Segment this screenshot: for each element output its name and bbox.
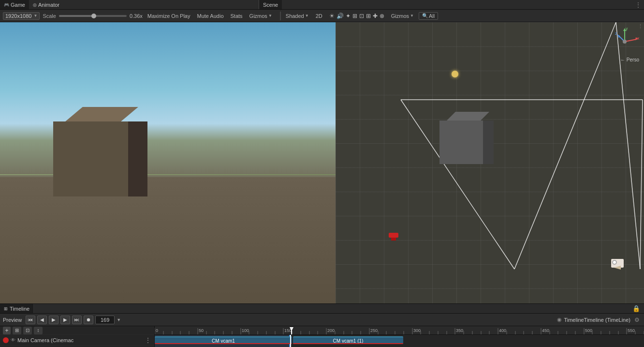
clip-vcam1-1[interactable]: CM vcam1 (1) [293, 336, 403, 344]
game-canvas [0, 22, 336, 303]
gizmos-arrow-icon: ▼ [268, 14, 272, 18]
clip-vcam1-label: CM vcam1 [212, 338, 235, 344]
scene-toggle4-icon[interactable]: ✚ [373, 13, 378, 19]
scene-search-box[interactable]: 🔍 All [419, 12, 438, 20]
timeline-track-area: + ⊞ ⊡ ↕ 👁 Main Camera (Cinemac ⋮ [0, 326, 644, 347]
scene-gizmos-dropdown[interactable]: Gizmos ▼ [389, 13, 416, 19]
search-icon: 🔍 [422, 13, 428, 18]
timeline-selector-icon: ◉ [557, 317, 562, 323]
timeline-tab-label: Timeline [10, 306, 29, 312]
scale-handle[interactable] [91, 14, 96, 18]
scene-view: y x z ← Perso ⋮ [336, 22, 644, 303]
scale-fill [59, 15, 93, 17]
timeline-tab-icon: ⊞ [4, 306, 8, 311]
go-to-start-button[interactable]: ⏮ [26, 316, 35, 324]
gizmos-button[interactable]: Gizmos ▼ [248, 13, 274, 19]
svg-point-14 [623, 40, 627, 44]
scene-toolbar-icons: ☀ 🔊 ✦ ⊞ ⊡ ⊞ ✚ ⊗ [329, 13, 384, 19]
scene-tab[interactable]: Scene [259, 0, 282, 9]
scene-cube-side [483, 121, 494, 164]
track-add-icon3[interactable]: ⊡ [23, 327, 32, 334]
svg-text:x: x [637, 36, 639, 41]
timeline-ruler [155, 326, 644, 335]
svg-marker-12 [617, 34, 620, 38]
clip-vcam1-red-line [155, 343, 292, 344]
animator-tab-label: Animator [38, 2, 59, 8]
track-add-icon4[interactable]: ↕ [34, 327, 43, 334]
scale-slider[interactable] [59, 15, 127, 17]
add-track-button[interactable]: + [3, 327, 11, 334]
scene-toggle5-icon[interactable]: ⊗ [380, 13, 384, 19]
ruler-playhead[interactable] [289, 326, 294, 334]
scene-corner-menu[interactable]: ⋮ [638, 23, 643, 30]
scene-light-icon[interactable]: ☀ [329, 13, 335, 19]
persp-label: ← Perso [620, 57, 639, 62]
timeline-area: ⊞ Timeline 🔒 Preview ⏮ ◀ ▶ ▶ ⏭ ⏺ ▼ ◉ Tim… [0, 303, 644, 347]
resolution-arrow-icon: ▼ [33, 14, 37, 18]
timeline-name-label: TimelineTimeline (TimeLine) [564, 317, 630, 323]
frame-dropdown[interactable]: ▼ [117, 317, 121, 322]
game-sky [0, 22, 336, 191]
scene-toggle1-icon[interactable]: ⊞ [352, 13, 357, 19]
scene-gizmos-arrow-icon: ▼ [410, 14, 414, 18]
scene-red-object [389, 233, 398, 241]
track-add-icon2[interactable]: ⊞ [13, 327, 21, 334]
frame-input[interactable] [95, 316, 115, 324]
track-eye-icon[interactable]: 👁 [11, 337, 15, 343]
timeline-ruler-clips: CM vcam1 CM vcam1 (1) [155, 326, 644, 347]
timeline-lock-icon[interactable]: 🔒 [629, 305, 644, 312]
play-button[interactable]: ▶ [49, 316, 59, 324]
svg-text:y: y [626, 27, 628, 31]
mute-audio-button[interactable]: Mute Audio [195, 13, 225, 19]
timeline-controls: Preview ⏮ ◀ ▶ ▶ ⏭ ⏺ ▼ ◉ TimelineTimeline… [0, 314, 644, 326]
preview-label: Preview [3, 317, 22, 323]
scene-toggle3-icon[interactable]: ⊞ [366, 13, 371, 19]
scene-effects-icon[interactable]: ✦ [346, 13, 351, 19]
scene-cube-front [439, 121, 483, 164]
clips-playhead [290, 335, 291, 347]
shaded-arrow-icon: ▼ [305, 14, 309, 18]
game-ground [0, 177, 336, 303]
stats-button[interactable]: Stats [229, 13, 245, 19]
resolution-dropdown[interactable]: 1920x1080 ▼ [3, 12, 40, 20]
animator-tab[interactable]: ◎ Animator [29, 0, 63, 9]
track-controls-row: + ⊞ ⊡ ↕ [0, 326, 154, 335]
animator-tab-icon: ◎ [33, 2, 37, 7]
timeline-tab[interactable]: ⊞ Timeline [0, 304, 34, 313]
scene-toggle2-icon[interactable]: ⊡ [359, 13, 364, 19]
scene-camera-object [611, 259, 624, 270]
scale-label: Scale [43, 13, 56, 19]
clip-vcam1-1-label: CM vcam1 (1) [333, 338, 364, 344]
left-panel-tabs: 🎮 Game ◎ Animator Scene ⋮ [0, 0, 644, 10]
svg-text:z: z [615, 31, 617, 36]
camera-track-name: Main Camera (Cinemac [17, 337, 143, 343]
game-toolbar: 1920x1080 ▼ Scale 0.36x Maximize On Play… [0, 10, 644, 22]
clip-vcam1-1-red-line [293, 343, 403, 344]
cube-side-face [128, 121, 147, 196]
resolution-value: 1920x1080 [5, 13, 31, 19]
maximize-on-play-button[interactable]: Maximize On Play [146, 13, 192, 19]
scene-audio-icon[interactable]: 🔊 [337, 13, 344, 19]
scene-shaded-dropdown[interactable]: Shaded ▼ [284, 13, 311, 19]
timeline-top-bar: ⊞ Timeline 🔒 [0, 304, 644, 314]
gizmos-label: Gizmos [249, 13, 267, 19]
prev-frame-button[interactable]: ◀ [37, 316, 47, 324]
game-view [0, 22, 336, 303]
scene-2d-button[interactable]: 2D [314, 13, 324, 19]
record-button[interactable]: ⏺ [84, 316, 93, 324]
timeline-labels: + ⊞ ⊡ ↕ 👁 Main Camera (Cinemac ⋮ [0, 326, 155, 347]
right-panel-more[interactable]: ⋮ [632, 1, 644, 8]
game-tab-label: Game [11, 2, 25, 8]
timeline-settings-button[interactable]: ⚙ [632, 316, 641, 324]
timeline-clips-row: CM vcam1 CM vcam1 (1) [155, 335, 644, 347]
timeline-name-area: ◉ TimelineTimeline (TimeLine) [557, 317, 630, 323]
next-frame-button[interactable]: ▶ [60, 316, 70, 324]
go-to-end-button[interactable]: ⏭ [72, 316, 82, 324]
game-tab[interactable]: 🎮 Game [0, 0, 29, 9]
scene-tab-label: Scene [263, 2, 278, 8]
track-kebab-icon[interactable]: ⋮ [145, 336, 151, 344]
scene-light-object [452, 71, 458, 77]
clip-vcam1[interactable]: CM vcam1 [155, 336, 292, 344]
track-record-button[interactable] [3, 337, 9, 343]
cube-front-face [53, 121, 128, 196]
